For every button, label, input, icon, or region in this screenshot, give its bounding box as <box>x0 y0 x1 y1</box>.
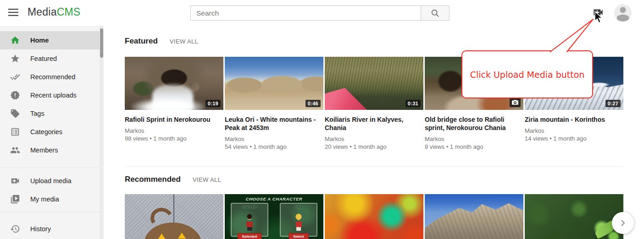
media-card[interactable] <box>125 194 223 239</box>
sidebar-item-label: Upload media <box>30 177 71 185</box>
section-title: Recommended <box>125 175 181 184</box>
duration-badge: 0:27 <box>605 100 621 107</box>
sidebar-item-categories[interactable]: Categories <box>0 123 100 141</box>
recommended-row: CHOOSE A CHARACTER KWAME Selected YAA Se… <box>125 194 623 239</box>
media-title[interactable]: Ziria mountain - Korinthos <box>525 115 623 124</box>
hamburger-icon <box>8 9 18 16</box>
search-icon <box>431 9 440 18</box>
game-character-panel: KWAME Selected <box>231 203 268 237</box>
media-meta: 8 views • 1 month ago <box>425 143 523 151</box>
tag-icon <box>10 109 20 119</box>
media-meta: 14 views • 1 month ago <box>525 135 623 142</box>
home-icon <box>10 35 20 45</box>
recommended-section-header: Recommended VIEW ALL <box>125 175 221 184</box>
video-thumbnail[interactable] <box>425 194 523 239</box>
video-thumbnail[interactable] <box>125 194 223 239</box>
sidebar-item-label: My media <box>30 196 59 203</box>
sidebar-item-label: Featured <box>30 55 57 62</box>
sidebar-item-history[interactable]: History <box>0 220 100 238</box>
game-character-name: KWAME <box>232 205 267 209</box>
sidebar-divider <box>0 168 104 168</box>
new-releases-icon <box>10 90 20 100</box>
sidebar-item-upload-media[interactable]: Upload media <box>0 172 100 190</box>
carousel-next-button[interactable] <box>612 212 634 234</box>
media-card[interactable] <box>325 194 423 239</box>
sidebar-item-label: Categories <box>30 128 62 136</box>
sidebar-item-featured[interactable]: Featured <box>0 49 100 68</box>
video-thumbnail[interactable] <box>325 194 423 239</box>
game-character-sprite <box>294 214 304 232</box>
game-select-button: Select <box>289 233 309 239</box>
sidebar-item-label: Tags <box>30 110 44 117</box>
search-input[interactable] <box>190 5 421 21</box>
sidebar-item-my-media[interactable]: My media <box>0 190 100 208</box>
media-card[interactable]: 0:19 Rafioli Sprint in Nerokourou Markos… <box>125 57 223 151</box>
sidebar-item-label: Home <box>30 37 49 44</box>
callout-text: Click Upload Media button <box>470 70 585 80</box>
media-author[interactable]: Markos <box>225 135 323 143</box>
game-thumb-title: CHOOSE A CHARACTER <box>225 196 323 201</box>
search-button[interactable] <box>421 5 450 21</box>
categories-icon <box>10 127 20 137</box>
media-title[interactable]: Old bridge close to Rafioli sprint, Nero… <box>425 115 523 132</box>
media-author[interactable]: Markos <box>125 127 223 135</box>
pumpkin-art <box>144 223 201 239</box>
game-character-name: YAA <box>281 205 316 209</box>
section-title: Featured <box>125 37 158 46</box>
video-library-icon <box>10 194 20 204</box>
game-character-panel: YAA Select <box>280 203 317 237</box>
media-meta: 20 views • 1 month ago <box>325 143 423 151</box>
featured-section-header: Featured VIEW ALL <box>125 37 198 46</box>
sidebar-item-members[interactable]: Members <box>0 141 100 159</box>
tutorial-callout: Click Upload Media button <box>461 50 593 98</box>
camera-icon <box>512 99 518 105</box>
video-thumbnail[interactable]: 0:19 <box>125 57 223 110</box>
media-meta: 98 views • 1 month ago <box>125 135 223 142</box>
game-character-sprite <box>244 214 255 232</box>
sidebar-item-home[interactable]: Home <box>0 31 100 49</box>
duration-badge: 0:46 <box>305 100 321 107</box>
chevron-right-icon <box>617 217 628 228</box>
view-all-link[interactable]: VIEW ALL <box>193 176 221 183</box>
media-card[interactable] <box>425 194 523 239</box>
app-logo[interactable]: MediaCMS <box>28 6 80 18</box>
media-author[interactable]: Markos <box>325 135 423 143</box>
media-title[interactable]: Leuka Ori - White mountains - Peak at 24… <box>225 115 323 132</box>
sidebar: Home Featured Recommended Recent uploads… <box>0 26 104 239</box>
star-icon <box>10 54 20 64</box>
sidebar-item-label: Members <box>30 147 58 154</box>
search-bar <box>190 5 450 21</box>
sidebar-item-recommended[interactable]: Recommended <box>0 68 100 86</box>
section-divider <box>125 166 623 167</box>
game-selected-button: Selected <box>238 233 262 239</box>
media-meta: 54 views • 1 month ago <box>225 143 323 151</box>
media-title[interactable]: Rafioli Sprint in Nerokourou <box>125 115 223 124</box>
duration-badge: 0:31 <box>405 100 421 107</box>
photo-badge <box>510 97 521 107</box>
video-thumbnail[interactable] <box>525 194 623 239</box>
user-avatar[interactable] <box>614 4 632 22</box>
video-thumbnail[interactable]: 0:46 <box>225 57 323 110</box>
sidebar-item-label: History <box>30 225 51 233</box>
upload-media-icon <box>10 176 20 186</box>
media-card[interactable]: 0:31 Koiliaris River in Kalyves, Chania … <box>325 57 423 151</box>
hamburger-menu-button[interactable] <box>6 6 20 19</box>
video-thumbnail[interactable]: 0:31 <box>325 57 423 110</box>
person-icon <box>614 4 632 22</box>
view-all-link[interactable]: VIEW ALL <box>170 38 198 45</box>
scrollbar-thumb[interactable] <box>100 28 103 58</box>
media-card[interactable]: CHOOSE A CHARACTER KWAME Selected YAA Se… <box>225 194 323 239</box>
media-card[interactable]: 0:46 Leuka Ori - White mountains - Peak … <box>225 57 323 151</box>
history-icon <box>10 224 20 234</box>
sidebar-item-recent-uploads[interactable]: Recent uploads <box>0 86 100 104</box>
logo-cms: CMS <box>57 6 81 18</box>
media-card[interactable] <box>525 194 623 239</box>
media-title[interactable]: Koiliaris River in Kalyves, Chania <box>325 115 423 132</box>
video-thumbnail[interactable]: CHOOSE A CHARACTER KWAME Selected YAA Se… <box>225 194 323 239</box>
sidebar-item-label: Recommended <box>30 73 75 81</box>
sidebar-item-tags[interactable]: Tags <box>0 104 100 123</box>
sidebar-scrollbar[interactable] <box>100 26 104 239</box>
media-author[interactable]: Markos <box>525 127 623 135</box>
people-icon <box>10 145 20 155</box>
media-author[interactable]: Markos <box>425 135 523 143</box>
